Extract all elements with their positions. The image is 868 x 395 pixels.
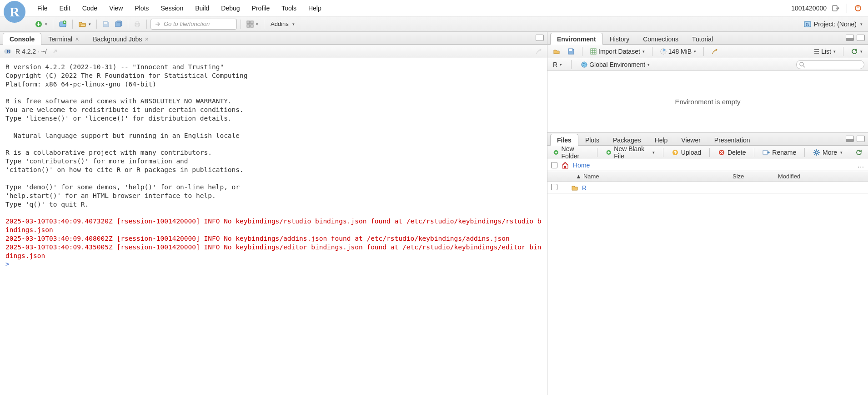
new-project-button[interactable]: [57, 19, 69, 30]
environment-search-input[interactable]: [796, 60, 864, 69]
tab-environment[interactable]: Environment: [550, 33, 603, 45]
tab-connections[interactable]: Connections: [636, 33, 685, 45]
refresh-files-button[interactable]: [853, 147, 864, 157]
tab-packages[interactable]: Packages: [606, 134, 647, 146]
save-all-button[interactable]: [113, 19, 124, 29]
project-label: Project: (None): [814, 20, 857, 28]
tab-files[interactable]: Files: [550, 134, 578, 146]
new-blank-file-button[interactable]: New Blank File▾: [604, 144, 657, 161]
chevron-down-icon: ▾: [860, 49, 863, 54]
svg-rect-28: [763, 151, 768, 154]
chevron-down-icon: ▾: [89, 22, 91, 26]
upload-button[interactable]: Upload: [670, 148, 703, 157]
menu-edit[interactable]: Edit: [54, 2, 76, 15]
pane-maximize-icon[interactable]: [856, 134, 865, 143]
view-mode-menu[interactable]: List▾: [812, 46, 838, 56]
select-all-checkbox[interactable]: [551, 162, 557, 168]
separator: [241, 20, 241, 29]
separator: [754, 148, 754, 157]
files-pane: Files Plots Packages Help Viewer Present…: [547, 133, 868, 395]
addins-menu[interactable]: Addins ▾: [268, 20, 297, 27]
tab-help[interactable]: Help: [648, 134, 675, 146]
open-file-button[interactable]: ▾: [76, 19, 93, 30]
workspace: Console Terminal✕ Background Jobs✕ R R 4…: [0, 32, 868, 395]
close-icon[interactable]: ✕: [75, 36, 79, 42]
sort-asc-icon: ▲: [576, 173, 582, 180]
svg-rect-9: [136, 25, 139, 27]
menu-help[interactable]: Help: [303, 2, 327, 15]
delete-button[interactable]: Delete: [716, 148, 748, 157]
right-pane: Environment History Connections Tutorial: [547, 32, 868, 395]
files-tabbar: Files Plots Packages Help Viewer Present…: [547, 133, 868, 146]
tab-viewer[interactable]: Viewer: [674, 134, 707, 146]
menu-file[interactable]: File: [32, 2, 53, 15]
save-button[interactable]: [100, 19, 111, 29]
tab-plots[interactable]: Plots: [578, 134, 606, 146]
pane-maximize-icon[interactable]: [856, 33, 865, 42]
col-name[interactable]: ▲Name: [562, 173, 733, 180]
svg-rect-12: [247, 25, 250, 27]
new-file-button[interactable]: ▾: [33, 19, 49, 30]
rename-button[interactable]: Rename: [761, 148, 798, 157]
separator: [146, 20, 147, 29]
pane-collapse-icon[interactable]: [845, 33, 854, 42]
menu-debug[interactable]: Debug: [216, 2, 245, 15]
env-lang-menu[interactable]: R▾: [551, 60, 564, 70]
pane-minimize-icon[interactable]: [535, 33, 544, 42]
console-output[interactable]: R version 4.2.2 (2022-10-31) -- "Innocen…: [0, 58, 547, 395]
tab-terminal[interactable]: Terminal✕: [41, 33, 86, 45]
power-icon[interactable]: [853, 4, 863, 13]
clear-console-icon[interactable]: [534, 47, 543, 56]
svg-rect-13: [251, 25, 253, 27]
memory-usage-button[interactable]: 148 MiB▾: [658, 46, 698, 56]
project-menu[interactable]: R Project: (None) ▾: [804, 20, 864, 28]
file-row[interactable]: R: [547, 182, 868, 194]
menu-profile[interactable]: Profile: [246, 2, 276, 15]
tab-history[interactable]: History: [603, 33, 637, 45]
env-scope-menu[interactable]: Global Environment▾: [579, 60, 652, 70]
col-modified[interactable]: Modified: [778, 173, 864, 180]
main-menus: File Edit Code View Plots Session Build …: [32, 2, 791, 15]
breadcrumb-home[interactable]: Home: [573, 162, 590, 169]
tab-presentation[interactable]: Presentation: [707, 134, 757, 146]
tab-console[interactable]: Console: [3, 33, 41, 45]
more-button[interactable]: More▾: [811, 148, 844, 157]
menu-view[interactable]: View: [104, 2, 128, 15]
menu-tools[interactable]: Tools: [276, 2, 302, 15]
files-header: ▲Name Size Modified: [547, 171, 868, 182]
workspace-panes-button[interactable]: ▾: [245, 19, 260, 29]
pane-collapse-icon[interactable]: [845, 134, 854, 143]
goto-file-function-input[interactable]: Go to file/function: [151, 19, 237, 30]
project-r-icon: R: [804, 20, 811, 28]
popup-icon[interactable]: [50, 47, 60, 56]
menu-build[interactable]: Build: [190, 2, 215, 15]
svg-rect-11: [251, 21, 253, 24]
search-icon: [799, 61, 805, 68]
close-icon[interactable]: ✕: [145, 36, 149, 42]
menu-plots[interactable]: Plots: [129, 2, 154, 15]
save-workspace-button[interactable]: [566, 46, 577, 56]
tab-background-jobs[interactable]: Background Jobs✕: [86, 33, 156, 45]
addins-label: Addins: [271, 20, 289, 27]
row-checkbox[interactable]: [551, 184, 557, 190]
menu-code[interactable]: Code: [77, 2, 103, 15]
logout-icon[interactable]: [831, 4, 840, 13]
environment-search[interactable]: [796, 60, 864, 69]
clear-objects-button[interactable]: [709, 46, 720, 56]
goto-placeholder: Go to file/function: [164, 20, 210, 27]
files-toolbar: New Folder New Blank File▾ Upload Delete: [547, 146, 868, 159]
home-icon[interactable]: [561, 161, 569, 169]
chevron-down-icon: ▾: [840, 150, 843, 155]
refresh-button[interactable]: ▾: [849, 46, 864, 56]
load-workspace-button[interactable]: [551, 46, 562, 56]
menubar-right: 1001420000: [791, 4, 865, 13]
menu-session[interactable]: Session: [155, 2, 189, 15]
import-dataset-button[interactable]: Import Dataset▾: [588, 46, 647, 56]
breadcrumb-more-icon[interactable]: ...: [858, 162, 864, 169]
col-size[interactable]: Size: [733, 173, 778, 180]
svg-point-29: [815, 151, 818, 154]
print-button[interactable]: [132, 19, 143, 29]
file-name[interactable]: R: [582, 184, 587, 192]
tab-tutorial[interactable]: Tutorial: [685, 33, 720, 45]
new-folder-button[interactable]: New Folder: [551, 144, 591, 161]
